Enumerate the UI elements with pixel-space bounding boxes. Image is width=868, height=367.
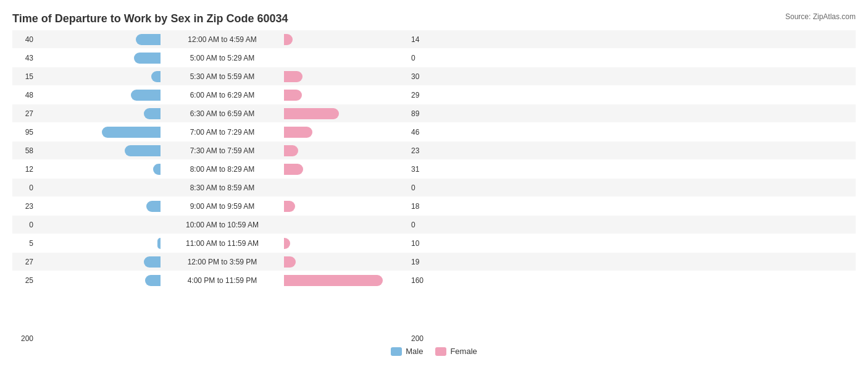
table-row: 27 6:30 AM to 6:59 AM 89: [12, 104, 856, 122]
male-value: 25: [12, 276, 37, 285]
table-row: 58 7:30 AM to 7:59 AM 23: [12, 141, 856, 159]
legend-male-label: Male: [406, 347, 423, 356]
axis-row: 200 200: [12, 334, 856, 343]
male-value: 40: [12, 35, 37, 44]
time-label: 6:00 AM to 6:29 AM: [161, 91, 284, 99]
table-row: 27 12:00 PM to 3:59 PM 19: [12, 253, 856, 271]
legend: Male Female: [12, 347, 856, 356]
female-value: 160: [407, 276, 438, 285]
female-bar: [284, 164, 303, 175]
table-row: 95 7:00 AM to 7:29 AM 46: [12, 123, 856, 141]
table-row: 15 5:30 AM to 5:59 AM 30: [12, 67, 856, 85]
male-value: 48: [12, 91, 37, 99]
male-value: 12: [12, 165, 37, 174]
male-bar: [151, 71, 161, 82]
male-bar: [136, 34, 161, 45]
female-bar-wrap: [284, 108, 407, 119]
time-label: 7:30 AM to 7:59 AM: [161, 146, 284, 155]
female-bar: [284, 201, 295, 212]
female-bar: [284, 145, 298, 156]
female-value: 19: [407, 258, 438, 266]
female-bar-wrap: [284, 201, 407, 212]
male-value: 58: [12, 146, 37, 155]
male-bar: [144, 256, 161, 268]
female-value: 14: [407, 35, 438, 44]
table-row: 12 8:00 AM to 8:29 AM 31: [12, 160, 856, 178]
time-label: 12:00 AM to 4:59 AM: [161, 35, 284, 44]
male-bar: [145, 275, 161, 286]
female-bar: [284, 108, 339, 119]
female-value: 0: [407, 54, 438, 62]
axis-left-label: 200: [12, 334, 37, 343]
female-bar-wrap: [284, 71, 407, 82]
female-bar-wrap: [284, 182, 407, 193]
male-bar-wrap: [37, 275, 161, 286]
legend-female: Female: [435, 347, 477, 356]
female-value: 89: [407, 109, 438, 118]
table-row: 40 12:00 AM to 4:59 AM 14: [12, 30, 856, 48]
time-label: 5:00 AM to 5:29 AM: [161, 54, 284, 62]
source-label: Source: ZipAtlas.com: [785, 12, 856, 21]
female-bar-wrap: [284, 219, 407, 230]
male-value: 43: [12, 54, 37, 62]
legend-male-icon: [391, 347, 402, 356]
male-value: 15: [12, 72, 37, 81]
female-value: 0: [407, 221, 438, 229]
female-value: 46: [407, 128, 438, 137]
male-bar-wrap: [37, 219, 161, 230]
male-bar-wrap: [37, 34, 161, 45]
male-bar-wrap: [37, 164, 161, 175]
male-bar: [146, 201, 161, 212]
male-value: 0: [12, 221, 37, 229]
male-bar: [131, 90, 161, 101]
table-row: 25 4:00 PM to 11:59 PM 160: [12, 271, 856, 289]
time-label: 7:00 AM to 7:29 AM: [161, 128, 284, 137]
table-row: 5 11:00 AM to 11:59 AM 10: [12, 234, 856, 252]
chart-container: Time of Departure to Work by Sex in Zip …: [0, 0, 868, 367]
female-value: 0: [407, 184, 438, 192]
female-bar-wrap: [284, 275, 407, 286]
table-row: 23 9:00 AM to 9:59 AM 18: [12, 197, 856, 215]
male-bar-wrap: [37, 90, 161, 101]
male-bar: [134, 53, 161, 64]
male-bar-wrap: [37, 53, 161, 64]
female-value: 18: [407, 202, 438, 211]
male-value: 27: [12, 258, 37, 266]
axis-right-label: 200: [407, 334, 438, 343]
male-bar: [144, 108, 161, 119]
male-value: 0: [12, 184, 37, 192]
legend-male: Male: [391, 347, 423, 356]
female-bar: [284, 71, 303, 82]
female-bar-wrap: [284, 145, 407, 156]
time-label: 10:00 AM to 10:59 AM: [161, 221, 284, 229]
female-value: 10: [407, 239, 438, 248]
male-value: 5: [12, 239, 37, 248]
table-row: 0 10:00 AM to 10:59 AM 0: [12, 216, 856, 234]
time-label: 8:00 AM to 8:29 AM: [161, 165, 284, 174]
female-bar-wrap: [284, 53, 407, 64]
female-bar: [284, 256, 296, 268]
chart-area: 40 12:00 AM to 4:59 AM 14 43 5:00 AM to …: [12, 30, 856, 333]
time-label: 12:00 PM to 3:59 PM: [161, 258, 284, 266]
table-row: 43 5:00 AM to 5:29 AM 0: [12, 49, 856, 67]
male-bar-wrap: [37, 71, 161, 82]
female-bar-wrap: [284, 127, 407, 138]
female-value: 29: [407, 91, 438, 99]
chart-title: Time of Departure to Work by Sex in Zip …: [12, 12, 856, 25]
legend-female-label: Female: [450, 347, 477, 356]
female-bar: [284, 127, 312, 138]
female-value: 23: [407, 146, 438, 155]
female-bar: [284, 34, 293, 45]
time-label: 11:00 AM to 11:59 AM: [161, 239, 284, 248]
time-label: 8:30 AM to 8:59 AM: [161, 184, 284, 192]
table-row: 0 8:30 AM to 8:59 AM 0: [12, 179, 856, 196]
male-bar: [102, 127, 161, 138]
female-bar-wrap: [284, 34, 407, 45]
table-row: 48 6:00 AM to 6:29 AM 29: [12, 86, 856, 104]
male-bar: [153, 164, 161, 175]
legend-female-icon: [435, 347, 446, 356]
female-bar: [284, 90, 302, 101]
time-label: 4:00 PM to 11:59 PM: [161, 276, 284, 285]
male-bar-wrap: [37, 182, 161, 193]
male-value: 23: [12, 202, 37, 211]
